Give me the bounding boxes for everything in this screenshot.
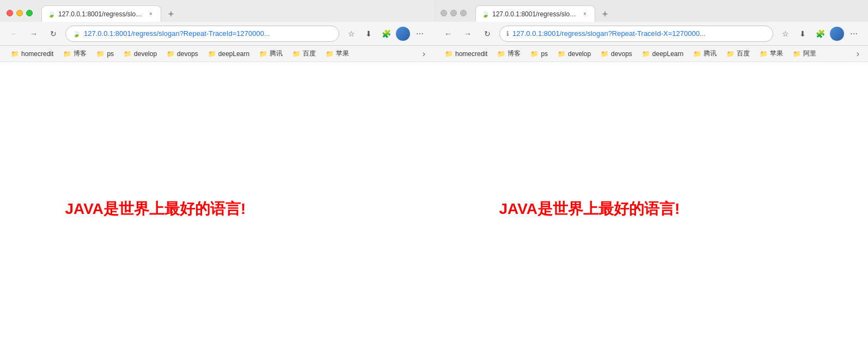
toolbar-right: ← → ↻ ℹ 127.0.0.1:8001/regress/slogan?Re… (434, 22, 868, 46)
new-tab-button-right[interactable]: + (597, 7, 613, 22)
downloads-button-right[interactable]: ⬇ (795, 26, 810, 41)
reload-button-left[interactable]: ↻ (46, 26, 61, 41)
bookmarks-bar-left: 📁 homecredit 📁 博客 📁 ps 📁 develop 📁 devop… (0, 46, 434, 62)
page-content-left: JAVA是世界上最好的语言! (0, 62, 434, 356)
bookmark-tencent-right[interactable]: 📁 腾讯 (689, 48, 721, 59)
bookmark-devops-right[interactable]: 📁 devops (596, 49, 637, 59)
bookmark-ps-right[interactable]: 📁 ps (526, 49, 552, 59)
new-tab-button-left[interactable]: + (163, 7, 179, 22)
extensions-button-left[interactable]: 🧩 (378, 26, 394, 41)
tab-title-left: 127.0.0.1:8001/regress/slogan... (58, 10, 143, 18)
tab-close-right[interactable]: × (580, 10, 589, 19)
bookmark-apple-left[interactable]: 📁 苹果 (321, 48, 353, 59)
page-content-right: JAVA是世界上最好的语言! (434, 62, 868, 356)
close-button-right[interactable] (441, 10, 447, 16)
traffic-lights-left (7, 10, 33, 16)
toolbar-actions-right: ☆ ⬇ 🧩 ⋯ (778, 26, 861, 41)
bookmark-baidu-right[interactable]: 📁 百度 (722, 48, 754, 59)
more-button-right[interactable]: ⋯ (846, 26, 861, 41)
tab-close-left[interactable]: × (146, 10, 155, 19)
star-button-left[interactable]: ☆ (344, 26, 359, 41)
reload-button-right[interactable]: ↻ (480, 26, 495, 41)
close-button-left[interactable] (7, 10, 13, 16)
bookmark-baidu-left[interactable]: 📁 百度 (288, 48, 320, 59)
bookmark-apple-right[interactable]: 📁 苹果 (755, 48, 787, 59)
bookmark-blog-left[interactable]: 📁 博客 (59, 48, 91, 59)
security-icon-right: ℹ (506, 30, 509, 38)
maximize-button-left[interactable] (26, 10, 33, 16)
tabs-bar-left: 🍃 127.0.0.1:8001/regress/slogan... × + (41, 4, 427, 22)
site-icon-left: 🍃 (72, 30, 81, 38)
bookmarks-more-right[interactable]: › (854, 49, 861, 59)
title-bar-right: 🍃 127.0.0.1:8001/regress/slogan... × + (434, 0, 868, 22)
star-button-right[interactable]: ☆ (778, 26, 793, 41)
address-text-right: 127.0.0.1:8001/regress/slogan?Repeat-Tra… (512, 29, 766, 38)
bookmarks-more-left[interactable]: › (420, 49, 427, 59)
bookmark-homecredit-right[interactable]: 📁 homecredit (441, 49, 492, 59)
active-tab-right[interactable]: 🍃 127.0.0.1:8001/regress/slogan... × (475, 5, 595, 22)
address-text-left: 127.0.0.1:8001/regress/slogan?Repeat-Tra… (84, 29, 332, 38)
tab-favicon-right: 🍃 (481, 10, 489, 18)
address-bar-left[interactable]: 🍃 127.0.0.1:8001/regress/slogan?Repeat-T… (65, 26, 339, 42)
bookmark-develop-left[interactable]: 📁 develop (119, 49, 161, 59)
browser-window-right: 🍃 127.0.0.1:8001/regress/slogan... × + ←… (434, 0, 868, 356)
bookmark-ali-right[interactable]: 📁 阿里 (788, 48, 821, 59)
back-button-left[interactable]: ← (7, 26, 22, 41)
active-tab-left[interactable]: 🍃 127.0.0.1:8001/regress/slogan... × (41, 5, 161, 22)
tab-title-right: 127.0.0.1:8001/regress/slogan... (492, 10, 577, 18)
bookmark-devops-left[interactable]: 📁 devops (162, 49, 203, 59)
avatar-left[interactable] (396, 27, 410, 41)
bookmark-blog-right[interactable]: 📁 博客 (493, 48, 525, 59)
avatar-right[interactable] (830, 27, 844, 41)
address-bar-right[interactable]: ℹ 127.0.0.1:8001/regress/slogan?Repeat-T… (499, 26, 773, 42)
toolbar-left: ← → ↻ 🍃 127.0.0.1:8001/regress/slogan?Re… (0, 22, 434, 46)
bookmark-ps-left[interactable]: 📁 ps (92, 49, 118, 59)
forward-button-right[interactable]: → (460, 26, 475, 41)
back-button-right[interactable]: ← (441, 26, 456, 41)
toolbar-actions-left: ☆ ⬇ 🧩 ⋯ (344, 26, 427, 41)
bookmark-deeplearn-left[interactable]: 📁 deepLearn (204, 49, 254, 59)
bookmark-tencent-left[interactable]: 📁 腾讯 (255, 48, 287, 59)
maximize-button-right[interactable] (460, 10, 467, 16)
bookmark-homecredit-left[interactable]: 📁 homecredit (7, 49, 58, 59)
browser-window-left: 🍃 127.0.0.1:8001/regress/slogan... × + ←… (0, 0, 434, 356)
bookmarks-bar-right: 📁 homecredit 📁 博客 📁 ps 📁 develop 📁 devop… (434, 46, 868, 62)
tabs-bar-right: 🍃 127.0.0.1:8001/regress/slogan... × + (475, 4, 861, 22)
forward-button-left[interactable]: → (26, 26, 41, 41)
title-bar-left: 🍃 127.0.0.1:8001/regress/slogan... × + (0, 0, 434, 22)
tab-favicon-left: 🍃 (47, 10, 55, 18)
bookmark-deeplearn-right[interactable]: 📁 deepLearn (638, 49, 688, 59)
downloads-button-left[interactable]: ⬇ (361, 26, 376, 41)
extensions-button-right[interactable]: 🧩 (812, 26, 828, 41)
traffic-lights-right (441, 10, 467, 16)
page-slogan-right: JAVA是世界上最好的语言! (499, 199, 680, 219)
bookmark-develop-right[interactable]: 📁 develop (553, 49, 595, 59)
more-button-left[interactable]: ⋯ (412, 26, 427, 41)
minimize-button-right[interactable] (450, 10, 457, 16)
page-slogan-left: JAVA是世界上最好的语言! (65, 199, 246, 219)
minimize-button-left[interactable] (16, 10, 23, 16)
